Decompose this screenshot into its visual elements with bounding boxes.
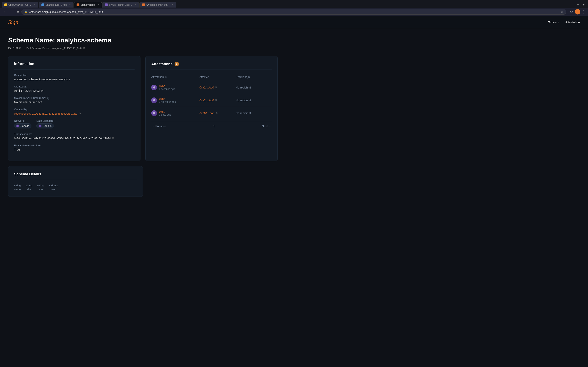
created-at-value: April 17, 2024 22:02:24 [14, 89, 135, 92]
full-schema-label: Full Schema ID: [26, 47, 45, 50]
copy-id-short-button[interactable]: ⧉ [19, 47, 21, 50]
browser-tab-tab3[interactable]: Sign Protocol ✕ [74, 2, 102, 8]
tab-favicon [142, 3, 145, 6]
attestation-row: 0xbd 27 minutes ago 0xa2f...Ab0 ⧉ No rec… [151, 94, 272, 107]
browser-tab-tab4[interactable]: Stylus Testnet Explorer ✕ [102, 2, 139, 8]
copy-attester-button[interactable]: ⧉ [216, 111, 217, 115]
created-at-row: Created at: April 17, 2024 22:02:24 [14, 85, 135, 92]
attestations-title: Attestations 3 [151, 62, 272, 70]
copy-attester-button[interactable]: ⧉ [215, 99, 217, 102]
attestation-row: 0x6a 3 days ago 0x264...aab ⧉ No recipie… [151, 107, 272, 119]
back-button[interactable]: ← [2, 9, 7, 14]
attestation-rows: 0xbe 6 seconds ago 0xa2f...Ab0 ⧉ No reci… [151, 81, 272, 119]
attester-value[interactable]: 0xa2f...Ab0 [199, 99, 214, 102]
max-valid-info-icon[interactable]: ? [47, 97, 50, 100]
tab-label: OpenAnalyse - Google Slid... [8, 3, 32, 6]
pagination: ← Previous 1 Next → [151, 121, 272, 128]
att-id-cell: 0xbe 6 seconds ago [151, 84, 199, 91]
att-id-link[interactable]: 0xbe [159, 84, 175, 88]
schema-col-name: user [51, 188, 56, 191]
tab-favicon [4, 3, 7, 6]
two-column-layout: Information Description: a standard sche… [8, 56, 278, 161]
att-id-cell: 0x6a 3 days ago [151, 110, 199, 116]
attestation-row: 0xbe 6 seconds ago 0xa2f...Ab0 ⧉ No reci… [151, 81, 272, 94]
profile-button[interactable]: P [575, 9, 580, 15]
browser-tab-tab2[interactable]: Scaffold-ETH 2 App ✕ [39, 2, 73, 8]
tab-bar: OpenAnalyse - Google Slid... ✕ Scaffold-… [0, 0, 588, 8]
schema-col-name: site [27, 188, 31, 191]
schema-col-type: address [48, 184, 58, 187]
attester-value[interactable]: 0x264...aab [199, 111, 214, 115]
created-at-label: Created at: [14, 85, 135, 88]
browser-actions: ⚙ P ⋮ [570, 9, 586, 15]
att-id-cell: 0xbd 27 minutes ago [151, 97, 199, 103]
att-id-link[interactable]: 0xbd [159, 97, 176, 100]
description-value: a standard schema to receive user analyt… [14, 78, 135, 81]
att-attester: 0xa2f...Ab0 ⧉ [199, 86, 236, 89]
data-location-value: Sepolia [43, 124, 52, 127]
prev-arrow-icon: ← [151, 125, 154, 128]
schema-col: string type [37, 184, 43, 191]
tab-close-icon[interactable]: ✕ [135, 3, 136, 6]
att-id-link[interactable]: 0x6a [159, 110, 171, 113]
schema-col: string site [26, 184, 32, 191]
new-tab-button[interactable]: + [576, 2, 581, 8]
nav-attestation[interactable]: Attestation [565, 20, 580, 24]
tab-favicon [42, 3, 44, 6]
nav-schema[interactable]: Schema [548, 20, 559, 24]
created-by-row: Created by: 0x264f9EF85C21DE49451c363611… [14, 108, 135, 115]
tab-close-icon[interactable]: ✕ [69, 3, 71, 6]
schema-col-name: type [38, 188, 43, 191]
tab-close-icon[interactable]: ✕ [97, 3, 99, 6]
next-arrow-icon: → [269, 125, 272, 128]
network-dot-icon: ◆ [16, 125, 19, 127]
att-attester: 0x264...aab ⧉ [199, 111, 236, 115]
logo[interactable]: Sign [8, 19, 18, 25]
next-button[interactable]: Next → [262, 125, 272, 128]
tab-label: Stylus Testnet Explorer [109, 3, 132, 6]
tab-overflow-button[interactable]: ▼ [581, 2, 586, 7]
tab-close-icon[interactable]: ✕ [34, 3, 36, 6]
previous-button[interactable]: ← Previous [151, 125, 166, 128]
schema-col: address user [48, 184, 58, 191]
att-id-time: 6 seconds ago [159, 88, 175, 91]
att-recipient: No recipient [236, 111, 272, 115]
schema-col-name: name [14, 188, 21, 191]
description-label: Description: [14, 74, 135, 77]
full-schema-id: onchain_evm_11155111_0x2f [47, 47, 82, 50]
tx-id-label: Transaction ID: [14, 133, 135, 136]
address-bar[interactable]: 🔒 testnet-scan.sign.global/schema/onchai… [21, 9, 566, 15]
schema-col-type: string [37, 184, 43, 187]
attestations-card: Attestations 3 Attestation ID Attester R… [145, 56, 278, 161]
tab-close-icon[interactable]: ✕ [172, 3, 173, 6]
copy-creator-button[interactable]: ⧉ [79, 112, 81, 115]
data-location-dot-icon: ◆ [39, 125, 42, 127]
extensions-button[interactable]: ⚙ [570, 9, 573, 14]
description-row: Description: a standard schema to receiv… [14, 74, 135, 81]
id-short-value: 0x2f [13, 47, 18, 50]
current-page: 1 [213, 125, 215, 128]
reload-button[interactable]: ↻ [16, 9, 20, 14]
copy-full-schema-button[interactable]: ⧉ [83, 47, 85, 50]
created-by-value[interactable]: 0x264f9EF85C21DE49451c3636116668889Ca41a… [14, 112, 77, 115]
browser-tab-tab1[interactable]: OpenAnalyse - Google Slid... ✕ [2, 2, 38, 8]
lock-icon: 🔒 [25, 11, 27, 13]
page-title: Schema Name: analytics-schema [8, 36, 278, 44]
attester-value[interactable]: 0xa2f...Ab0 [199, 86, 214, 89]
copy-tx-id-button[interactable]: ⧉ [112, 137, 114, 140]
forward-button[interactable]: → [9, 9, 14, 14]
attestations-header: Attestation ID Attester Recipient(s) [151, 74, 272, 81]
schema-col: string name [14, 184, 21, 191]
copy-attester-button[interactable]: ⧉ [215, 86, 217, 89]
tab-label: Awesome chain transaction... [146, 3, 170, 6]
schema-columns: string name string site string type addr… [14, 184, 137, 191]
revocable-value: True [14, 148, 135, 151]
tab-label: Scaffold-ETH 2 App [45, 3, 67, 6]
attestations-title-text: Attestations [151, 62, 173, 66]
bookmark-icon[interactable]: ☆ [561, 10, 563, 13]
information-title: Information [14, 62, 135, 69]
browser-tab-tab5[interactable]: Awesome chain transaction... ✕ [139, 2, 176, 8]
browser-menu-button[interactable]: ⋮ [582, 9, 586, 14]
att-id-time: 27 minutes ago [159, 100, 176, 103]
tab-label: Sign Protocol [81, 3, 95, 6]
